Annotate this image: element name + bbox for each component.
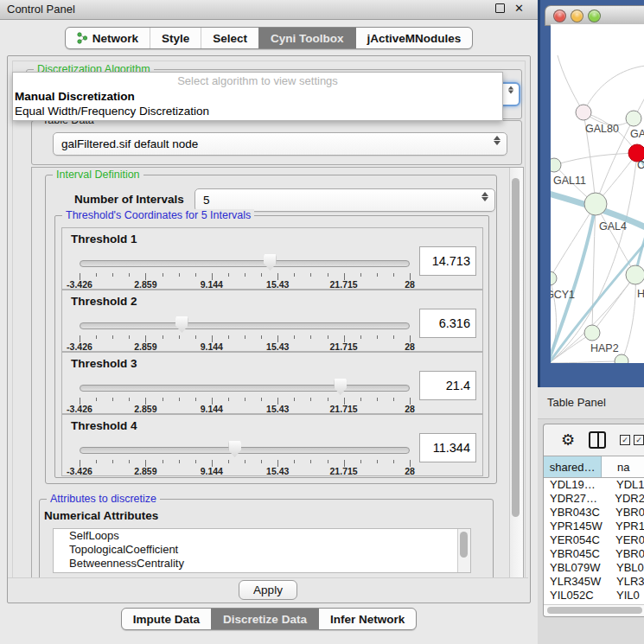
cell-name[interactable]: YER0 (614, 533, 644, 547)
tick-mark (112, 273, 113, 277)
tick-mark (179, 460, 180, 463)
close-icon[interactable]: ✕ (514, 3, 524, 13)
attribute-list-item[interactable]: TopologicalCoefficient (54, 543, 470, 557)
network-node[interactable] (615, 354, 628, 363)
table-row[interactable]: YPR145WYPR1 (544, 520, 644, 533)
threshold-slider[interactable] (80, 252, 410, 274)
network-node-gal80[interactable] (576, 105, 591, 120)
threshold-value-field[interactable]: 21.4 (419, 371, 476, 400)
threshold-slider[interactable] (80, 314, 410, 336)
mac-minimize-button[interactable] (571, 10, 583, 22)
network-node-gal11[interactable] (551, 158, 561, 172)
apply-button[interactable]: Apply (239, 580, 297, 600)
cell-shared-name[interactable]: YBR045C (544, 547, 614, 561)
tick-mark (393, 335, 394, 339)
slider-thumb[interactable] (334, 379, 347, 395)
cell-name[interactable]: YPR1 (614, 520, 644, 533)
column-header-shared-name[interactable]: shared… (544, 456, 602, 477)
slider-track[interactable] (80, 322, 410, 329)
table-header: shared… na (544, 456, 644, 478)
cell-name[interactable]: YIL0 (615, 589, 640, 603)
slider-track[interactable] (80, 385, 410, 392)
table-row[interactable]: YBL079WYBL0 (544, 561, 644, 575)
mac-zoom-button[interactable] (588, 10, 601, 22)
table-data-combobox[interactable]: galFiltered.sif default node (53, 132, 507, 156)
network-edge (551, 361, 622, 363)
network-node-hap2[interactable] (584, 325, 600, 341)
tab-network[interactable]: Network (66, 28, 150, 48)
tick-label: -3.426 (67, 341, 92, 352)
float-window-icon[interactable] (495, 3, 505, 13)
table-row[interactable]: YBR045CYBR0 (544, 547, 644, 561)
checkbox-icon[interactable]: ✓ (634, 435, 644, 445)
cell-name[interactable]: YLR3 (615, 575, 644, 589)
group-label: Threshold's Coordinates for 5 Intervals (62, 209, 254, 221)
network-node-ga[interactable] (626, 111, 641, 126)
tab-style[interactable]: Style (150, 28, 201, 48)
tick-mark (129, 398, 130, 401)
cell-shared-name[interactable]: YER054C (544, 533, 614, 547)
gear-icon[interactable]: ⚙ (561, 432, 575, 448)
network-node-h[interactable] (626, 265, 644, 284)
vertical-scrollbar[interactable] (509, 168, 523, 578)
network-canvas[interactable]: GAL80GACGAL11GAL4GCY1HHAP2 (551, 24, 644, 363)
slider-track[interactable] (80, 447, 410, 454)
scrollbar-thumb[interactable] (512, 178, 520, 517)
network-edge (622, 275, 635, 361)
split-panel-icon[interactable] (589, 431, 606, 449)
threshold-slider[interactable] (80, 438, 410, 461)
table-row[interactable]: YBR043CYBR0 (544, 506, 644, 520)
cell-shared-name[interactable]: YBL079W (544, 561, 615, 575)
network-node-gcy1[interactable] (551, 271, 557, 285)
cell-name[interactable]: YBL0 (615, 561, 644, 575)
cell-shared-name[interactable]: YLR345W (544, 575, 615, 589)
table-row[interactable]: YLR345WYLR3 (544, 575, 644, 589)
cell-shared-name[interactable]: YDL19… (544, 478, 615, 492)
cell-shared-name[interactable]: YPR145W (544, 520, 614, 533)
number-of-intervals-combobox[interactable]: 5 (194, 188, 495, 212)
cell-name[interactable]: YDL1 (615, 478, 644, 492)
table-row[interactable]: YER054CYER0 (544, 533, 644, 547)
table-row[interactable]: YDL19…YDL1 (544, 478, 644, 492)
node-label: GAL4 (599, 220, 627, 233)
tab-select[interactable]: Select (201, 28, 258, 48)
cell-shared-name[interactable]: YIL052C (544, 589, 615, 603)
table-row[interactable]: YIL052CYIL0 (544, 589, 644, 603)
tab-infer-network[interactable]: Infer Network (318, 609, 416, 629)
checkbox-icon[interactable]: ✓ (620, 435, 630, 445)
tab-impute-data[interactable]: Impute Data (122, 609, 211, 629)
scrollbar-thumb[interactable] (460, 532, 468, 558)
threshold-value-field[interactable]: 11.344 (419, 433, 476, 462)
attribute-list-item[interactable]: BetweennessCentrality (54, 557, 470, 571)
cell-name[interactable]: YDR2 (613, 492, 644, 506)
tab-discretize-data[interactable]: Discretize Data (211, 609, 318, 629)
list-scrollbar[interactable] (457, 529, 470, 572)
horizontal-scrollbar[interactable] (544, 604, 644, 615)
threshold-value-field[interactable]: 6.316 (419, 309, 476, 338)
cell-name[interactable]: YBR0 (614, 506, 644, 520)
tab-cyni-toolbox[interactable]: Cyni Toolbox (258, 28, 355, 48)
popup-item-equal-width-frequency[interactable]: Equal Width/Frequency Discretization (13, 104, 502, 118)
threshold-slider[interactable] (80, 376, 410, 399)
network-icon (77, 32, 88, 44)
popup-item-manual-discretization[interactable]: Manual Discretization (13, 89, 502, 104)
slider-track[interactable] (80, 260, 410, 267)
slider-thumb[interactable] (228, 441, 241, 457)
threshold-value-field[interactable]: 14.713 (419, 246, 476, 276)
tick-label: 15.43 (266, 404, 289, 414)
tab-jactivemnodules[interactable]: jActiveMNodules (355, 28, 473, 48)
column-header-name[interactable]: na (602, 456, 644, 477)
cell-shared-name[interactable]: YBR043C (544, 506, 614, 520)
mac-close-button[interactable] (553, 10, 566, 22)
network-node-gal4[interactable] (584, 193, 607, 215)
attribute-list-item[interactable]: SelfLoops (54, 529, 470, 543)
tick-label: 2.859 (134, 466, 156, 476)
table-row[interactable]: YDR27…YDR2 (544, 492, 644, 506)
attributes-group: Attributes to discretize Numerical Attri… (39, 499, 494, 579)
cell-shared-name[interactable]: YDR27… (544, 492, 613, 506)
slider-thumb[interactable] (175, 316, 188, 333)
cell-name[interactable]: YBR0 (614, 547, 644, 561)
scrollbar-thumb[interactable] (547, 607, 642, 614)
tick-mark (360, 460, 361, 463)
slider-thumb[interactable] (264, 254, 277, 271)
